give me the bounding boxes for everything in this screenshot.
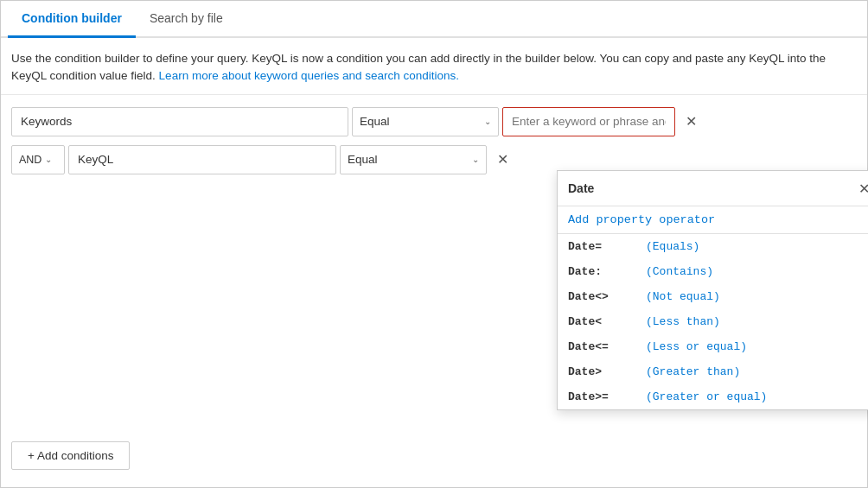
dropdown-header: Date ✕ (558, 171, 868, 206)
dropdown-item-value-0: (Equals) (646, 240, 699, 253)
dropdown-item-4[interactable]: Date<= (Less or equal) (558, 334, 868, 359)
dropdown-close-button[interactable]: ✕ (853, 178, 868, 199)
value-input-1[interactable] (502, 107, 675, 136)
dropdown-item-1[interactable]: Date: (Contains) (558, 259, 868, 284)
dropdown-item-value-6: (Greater or equal) (646, 390, 767, 403)
operator-selector-1[interactable]: Equal ⌄ (352, 107, 499, 136)
dropdown-item-5[interactable]: Date> (Greater than) (558, 359, 868, 384)
dropdown-title: Date (568, 181, 594, 195)
description-text: Use the condition builder to define your… (1, 38, 867, 95)
remove-condition-2[interactable]: ✕ (490, 148, 514, 172)
dropdown-item-key-5: Date> (568, 365, 646, 378)
add-property-operator[interactable]: Add property operator (558, 206, 868, 234)
operator-label-2: Equal (348, 153, 378, 166)
main-container: Condition builder Search by file Use the… (0, 0, 868, 488)
operator-label-1: Equal (360, 115, 390, 128)
dropdown-item-6[interactable]: Date>= (Greater or equal) (558, 384, 868, 409)
dropdown-item-0[interactable]: Date= (Equals) (558, 234, 868, 259)
tab-bar: Condition builder Search by file (1, 1, 867, 38)
remove-condition-1[interactable]: ✕ (679, 110, 703, 134)
dropdown-item-key-3: Date< (568, 315, 646, 328)
operator-selector-2[interactable]: Equal ⌄ (340, 145, 487, 174)
dropdown-item-value-1: (Contains) (646, 265, 713, 278)
dropdown-item-value-4: (Less or equal) (646, 340, 747, 353)
condition-row-1: Keywords Equal ⌄ ✕ (11, 107, 857, 136)
dropdown-item-value-2: (Not equal) (646, 290, 720, 303)
dropdown-item-key-1: Date: (568, 265, 646, 278)
dropdown-item-key-0: Date= (568, 240, 646, 253)
dropdown-item-value-5: (Greater than) (646, 365, 740, 378)
field-selector-2[interactable]: KeyQL (68, 145, 336, 174)
connector-selector[interactable]: AND ⌄ (11, 145, 65, 174)
tab-search-by-file[interactable]: Search by file (136, 1, 237, 38)
date-dropdown: Date ✕ Add property operator Date= (Equa… (557, 170, 868, 410)
field-label-2: KeyQL (78, 153, 113, 166)
description-link[interactable]: Learn more about keyword queries and sea… (159, 69, 459, 82)
operator-chevron-1: ⌄ (484, 117, 491, 126)
dropdown-item-key-4: Date<= (568, 340, 646, 353)
connector-chevron: ⌄ (45, 155, 52, 164)
field-selector-1[interactable]: Keywords (11, 107, 348, 136)
dropdown-item-key-6: Date>= (568, 390, 646, 403)
dropdown-item-2[interactable]: Date<> (Not equal) (558, 284, 868, 309)
add-conditions-button[interactable]: + Add conditions (11, 441, 130, 470)
dropdown-item-3[interactable]: Date< (Less than) (558, 309, 868, 334)
dropdown-item-value-3: (Less than) (646, 315, 720, 328)
field-label-1: Keywords (21, 115, 72, 128)
operator-chevron-2: ⌄ (472, 155, 479, 164)
dropdown-item-key-2: Date<> (568, 290, 646, 303)
connector-label: AND (19, 154, 41, 166)
tab-condition-builder[interactable]: Condition builder (8, 1, 136, 38)
